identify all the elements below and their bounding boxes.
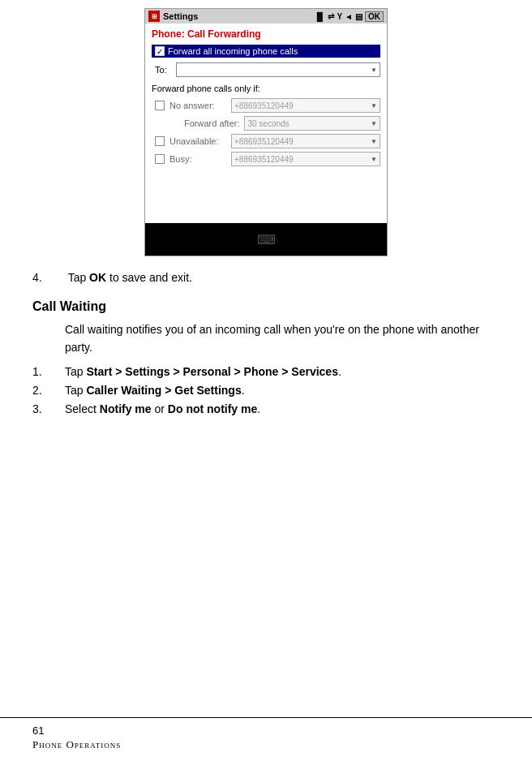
keyboard-area: ⌨ — [145, 223, 387, 256]
step-3-content: Select Notify me or Do not notify me. — [65, 401, 260, 418]
phone-title-bar: ⊞ Settings ▐▌ ⇌ Y ◄ ▤ OK — [145, 9, 387, 24]
step-2-content: Tap Caller Waiting > Get Settings. — [65, 382, 245, 399]
busy-row: Busy: +886935120449 ▼ — [155, 152, 380, 166]
list-item: 1. Tap Start > Settings > Personal > Pho… — [32, 363, 500, 380]
unavailable-dropdown[interactable]: +886935120449 ▼ — [231, 134, 380, 148]
no-answer-dropdown[interactable]: +886935120449 ▼ — [231, 98, 380, 113]
step-1-num: 1. — [32, 363, 65, 380]
busy-value: +886935120449 — [234, 155, 294, 164]
to-label: To: — [155, 65, 171, 75]
unavailable-label: Unavailable: — [169, 136, 226, 146]
busy-checkbox[interactable] — [155, 154, 165, 164]
forward-after-row: Forward after: 30 seconds ▼ — [155, 116, 380, 131]
busy-dropdown[interactable]: +886935120449 ▼ — [231, 152, 380, 166]
step-4-text-after: to save and exit. — [106, 271, 192, 284]
step-3-bold2: Do not notify me — [168, 402, 257, 415]
step-4: 4. Tap OK to save and exit. — [32, 269, 500, 286]
phone-body: Phone: Call Forwarding ✓ Forward all inc… — [145, 24, 387, 223]
to-row: To: ▼ — [152, 62, 380, 77]
speaker-icon: ◄ — [345, 12, 353, 21]
keyboard-icon: ⌨ — [257, 232, 276, 247]
step-1-bold: Start > Settings > Personal > Phone > Se… — [86, 365, 337, 378]
no-answer-arrow: ▼ — [371, 102, 377, 110]
step-1-content: Tap Start > Settings > Personal > Phone … — [65, 363, 341, 380]
forward-after-label: Forward after: — [169, 118, 239, 128]
list-item: 3. Select Notify me or Do not notify me. — [32, 401, 500, 418]
unavailable-value: +886935120449 — [234, 137, 294, 146]
to-dropdown-arrow: ▼ — [371, 67, 377, 74]
antenna-icon: Y — [337, 12, 342, 21]
forward-all-label: Forward all incoming phone calls — [168, 46, 298, 56]
signal-icon: ▐▌ — [314, 12, 325, 21]
step-3-num: 3. — [32, 401, 65, 418]
busy-label: Busy: — [169, 154, 226, 164]
forward-only-label: Forward phone calls only if: — [152, 84, 380, 93]
step-2-bold: Caller Waiting > Get Settings — [86, 384, 241, 397]
call-forwarding-title: Phone: Call Forwarding — [152, 28, 380, 40]
footer-title: Phone Operations — [32, 738, 500, 751]
unavailable-checkbox[interactable] — [155, 136, 165, 146]
busy-arrow: ▼ — [371, 156, 377, 163]
ok-button[interactable]: OK — [365, 11, 384, 22]
battery-icon: ▤ — [355, 12, 363, 21]
step-4-number: 4. — [32, 269, 65, 286]
no-answer-row: No answer: +886935120449 ▼ — [155, 98, 380, 113]
windows-icon: ⊞ — [148, 11, 160, 22]
no-answer-label: No answer: — [169, 101, 226, 110]
step-4-ok: OK — [89, 271, 106, 284]
forward-after-value: 30 seconds — [247, 119, 289, 128]
page-number: 61 — [32, 724, 500, 737]
list-item: 2. Tap Caller Waiting > Get Settings. — [32, 382, 500, 399]
step-3-bold1: Notify me — [100, 402, 152, 415]
call-waiting-heading: Call Waiting — [32, 299, 500, 314]
step-2-num: 2. — [32, 382, 65, 399]
call-waiting-steps: 1. Tap Start > Settings > Personal > Pho… — [32, 363, 500, 418]
no-answer-value: +886935120449 — [234, 101, 294, 110]
forward-all-checkbox[interactable]: ✓ — [155, 46, 165, 56]
body-spacer — [152, 170, 380, 218]
settings-label: Settings — [163, 11, 198, 21]
call-waiting-paragraph: Call waiting notifies you of an incoming… — [65, 320, 500, 357]
network-icon: ⇌ — [328, 12, 334, 21]
page-footer: 61 Phone Operations — [0, 717, 532, 761]
forward-after-arrow: ▼ — [371, 120, 377, 127]
unavailable-arrow: ▼ — [371, 138, 377, 145]
forward-after-dropdown[interactable]: 30 seconds ▼ — [244, 116, 380, 131]
conditions-section: No answer: +886935120449 ▼ Forward after… — [152, 98, 380, 166]
unavailable-row: Unavailable: +886935120449 ▼ — [155, 134, 380, 148]
no-answer-checkbox[interactable] — [155, 101, 165, 110]
step-4-text-before: Tap — [68, 271, 89, 284]
phone-screenshot: ⊞ Settings ▐▌ ⇌ Y ◄ ▤ OK Phone: Call For… — [144, 8, 388, 256]
status-icons: ▐▌ ⇌ Y ◄ ▤ OK — [314, 11, 384, 22]
to-dropdown[interactable]: ▼ — [176, 62, 380, 77]
forward-all-row[interactable]: ✓ Forward all incoming phone calls — [152, 45, 380, 58]
